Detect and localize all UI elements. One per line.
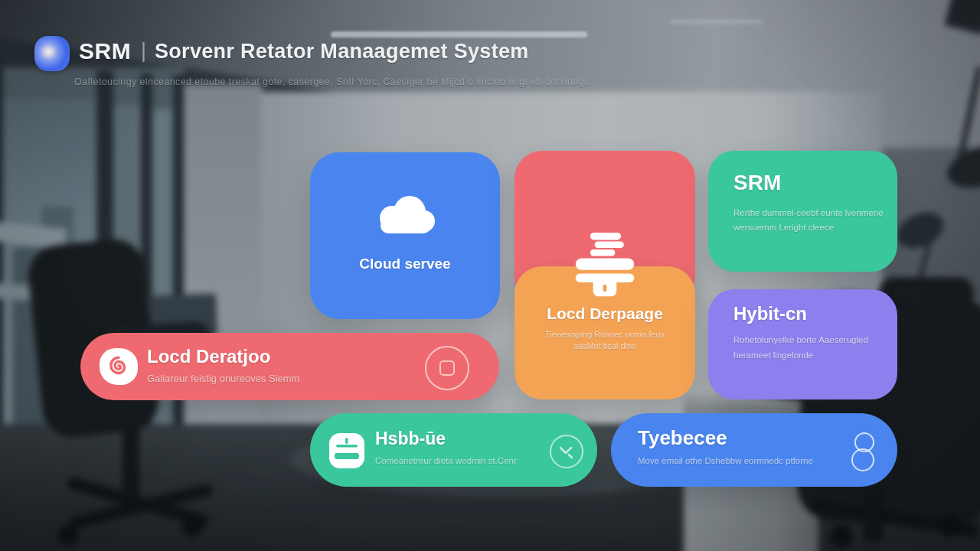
double-circle-icon[interactable]	[845, 432, 882, 471]
server-icon	[329, 433, 364, 468]
card-local-storage-title: Locd Derpaage	[514, 305, 695, 323]
card-srm-desc: Rerthe dummel-ceebf eunte lvenmene wersu…	[733, 206, 884, 235]
desc-line: herameet lingelonde	[733, 347, 868, 363]
desc-line: wersuemm Leright cleece	[733, 220, 884, 235]
screenshot-root: SRM | Sorvenr Retator Manaagemet System …	[0, 0, 980, 551]
card-cloud-service[interactable]: Cloud servee	[310, 152, 500, 319]
title-divider: |	[141, 39, 146, 63]
stop-circle-icon[interactable]	[425, 346, 469, 390]
pill-local-duration[interactable]: Locd Deratjoo Galiareur feistig onureove…	[80, 333, 499, 400]
page-subtitle: Oafletoucingy elnceanced etoube treskat …	[74, 77, 595, 87]
brand-text: SRM	[79, 38, 131, 64]
pill-local-duration-subtitle: Galiareur feistig onureoves Siemm	[147, 373, 299, 384]
desc-line: Tienesisping Rosnec ooma feus	[514, 329, 695, 341]
pill-tyebecee-subtitle: Move email othe Dshebbw eormnedc ptforne	[638, 456, 813, 465]
chevron-circle-icon[interactable]	[550, 435, 583, 468]
card-hybrid-desc: Rohetolunyelke borte Aaeserugled heramee…	[733, 332, 868, 363]
card-srm-title: SRM	[733, 171, 781, 195]
desc-line: Rerthe dummel-ceebf eunte lvenmene	[733, 206, 884, 220]
pill-hsbb[interactable]: Hsbb-ūe Comeanetreur dieta wedmin st.Cen…	[310, 413, 597, 487]
card-local-storage-desc: Tienesisping Rosnec ooma feus assMnt tic…	[514, 329, 695, 352]
pill-hsbb-title: Hsbb-ūe	[375, 429, 446, 449]
stop-square-icon	[439, 360, 455, 376]
pill-local-duration-title: Locd Deratjoo	[147, 346, 270, 367]
pill-tyebecee-title: Tyebecee	[638, 426, 727, 450]
pill-hsbb-subtitle: Comeanetreur dieta wedmin st.Cenr	[375, 456, 517, 465]
desc-line: Rohetolunyelke borte Aaeserugled	[733, 332, 868, 347]
pill-tyebecee[interactable]: Tyebecee Move email othe Dshebbw eormned…	[611, 413, 897, 487]
card-hybrid[interactable]: Hybit-cn Rohetolunyelke borte Aaeserugle…	[708, 289, 897, 399]
spiral-icon	[100, 348, 138, 385]
printer-icon	[571, 232, 639, 299]
page-title: Sorvenr Retator Manaagemet System	[155, 40, 529, 64]
cloud-icon	[365, 189, 445, 246]
ceiling-light-streak	[331, 31, 587, 37]
desc-line: assMnt tical dins	[514, 341, 695, 352]
card-srm[interactable]: SRM Rerthe dummel-ceebf eunte lvenmene w…	[708, 151, 897, 272]
card-hybrid-title: Hybit-cn	[733, 303, 807, 324]
card-cloud-label: Cloud servee	[310, 256, 500, 272]
srm-logo[interactable]	[34, 36, 70, 71]
ceiling-light-streak	[670, 20, 762, 24]
